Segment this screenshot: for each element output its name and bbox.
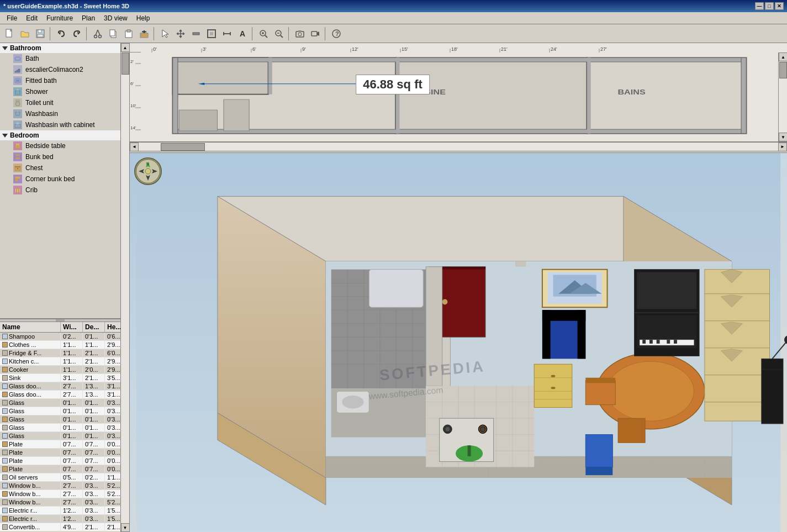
plan-horizontal-scrollbar[interactable]: ◄ ► [130,142,787,151]
tree-item-shower[interactable]: Shower [0,86,120,97]
svg-text:9': 9' [302,46,306,52]
close-button[interactable]: ✕ [775,2,784,10]
help-button[interactable]: ? [329,27,344,41]
plan-area[interactable]: 2' 6' 10' 14' [130,52,787,142]
plan-scroll-down[interactable]: ▼ [779,133,787,141]
table-row[interactable]: Window b... 2'7... 0'3... 5'2... [0,482,120,490]
tree-item-bunk-bed[interactable]: Bunk bed [0,151,120,162]
video-button[interactable] [308,27,323,41]
tree-item-toilet[interactable]: Toilet unit [0,97,120,108]
draw-room-button[interactable] [204,27,219,41]
minimize-button[interactable]: — [755,2,764,10]
photo-button[interactable] [293,27,307,41]
table-row[interactable]: Window b... 2'7... 0'3... 5'2... [0,490,120,498]
corner-bunk-label: Corner bunk bed [25,175,75,183]
tree-item-crib[interactable]: Crib [0,185,120,196]
table-row[interactable]: Sink 3'1... 2'1... 3'5... [0,374,120,382]
main-layout: Bathroom Bath escalierColimacon2 [0,43,787,532]
copy-button[interactable] [106,27,120,41]
h-scroll-right[interactable]: ► [778,143,787,151]
menu-edit[interactable]: Edit [22,13,42,23]
table-row[interactable]: Electric r... 1'2... 0'3... 1'5... [0,515,120,523]
paste-button[interactable] [122,27,136,41]
menu-plan[interactable]: Plan [77,13,99,23]
draw-wall-button[interactable] [189,27,203,41]
table-row[interactable]: Window b... 2'7... 0'3... 5'2... [0,498,120,507]
open-button[interactable] [18,27,32,41]
svg-rect-218 [657,340,660,344]
table-row[interactable]: Kitchen c... 1'1... 2'1... 2'9... [0,357,120,366]
h-scroll-left[interactable]: ◄ [130,143,139,151]
undo-button[interactable] [54,27,68,41]
tree-item-escalier[interactable]: escalierColimacon2 [0,64,120,75]
new-button[interactable] [2,27,17,41]
plan-scrollbar[interactable]: ▲ ▼ [778,52,787,141]
left-panel-scrollbar[interactable]: ▲ ▼ [120,43,129,532]
table-row[interactable]: Plate 0'7... 0'7... 0'0... [0,465,120,473]
scroll-track[interactable] [121,52,129,523]
table-row[interactable]: Fridge & F... 1'1... 2'1... 6'0... [0,349,120,357]
furniture-tree[interactable]: Bathroom Bath escalierColimacon2 [0,43,120,319]
table-row[interactable]: Shampoo 0'2... 0'1... 0'6... [0,333,120,341]
save-button[interactable] [33,27,47,41]
table-row[interactable]: Clothes ... 1'1... 1'1... 2'9... [0,341,120,349]
menu-furniture[interactable]: Furniture [42,13,77,23]
tree-item-corner-bunk[interactable]: Corner bunk bed [0,173,120,185]
h-scroll-thumb[interactable] [161,143,205,151]
menu-help[interactable]: Help [132,13,155,23]
svg-rect-217 [649,340,653,344]
scroll-down-button[interactable]: ▼ [121,523,130,532]
3d-view[interactable]: SOFTPEDIA www.softpedia.com [130,153,787,532]
maximize-button[interactable]: □ [765,2,774,10]
table-row[interactable]: Plate 0'7... 0'7... 0'0... [0,457,120,465]
tree-item-chest[interactable]: Chest [0,162,120,173]
redo-button[interactable] [70,27,84,41]
table-row[interactable]: Cooker 1'1... 2'0... 2'9... [0,366,120,374]
furniture-list-table[interactable]: Name Wi... De... He... Shampoo 0'2... 0'… [0,322,120,532]
table-row[interactable]: Glass 0'1... 0'1... 0'3... [0,399,120,407]
h-scroll-track[interactable] [139,143,778,151]
table-row[interactable]: Glass doo... 2'7... 1'3... 3'1... [0,382,120,391]
table-row[interactable]: Glass 0'1... 0'1... 0'3... [0,415,120,424]
select-button[interactable] [158,27,172,41]
compass-control[interactable]: N [134,157,162,185]
table-row[interactable]: Electric r... 1'2... 0'3... 1'5... [0,507,120,515]
table-row[interactable]: Glass 0'1... 0'1... 0'3... [0,432,120,440]
label-button[interactable]: A [235,27,250,41]
add-furniture-button[interactable] [137,27,151,41]
table-row[interactable]: Glass 0'1... 0'1... 0'3... [0,407,120,415]
plan-scroll-thumb[interactable] [779,62,787,78]
plan-scroll-track[interactable] [779,61,787,133]
tree-item-fitted-bath[interactable]: Fitted bath [0,75,120,86]
svg-point-45 [15,102,20,106]
table-row[interactable]: Glass doo... 2'7... 1'3... 3'1... [0,391,120,399]
table-row[interactable]: Plate 0'7... 0'7... 0'0... [0,449,120,457]
zoom-out-button[interactable] [272,27,286,41]
table-row[interactable]: Oil servers 0'5... 0'2... 1'1... [0,473,120,482]
measurement-value: 46.88 sq ft [363,77,422,91]
tree-item-bath[interactable]: Bath [0,53,120,64]
cut-button[interactable] [91,27,105,41]
escalier-icon [13,65,22,74]
tree-item-bedside-table[interactable]: Bedside table [0,140,120,151]
pan-button[interactable] [173,27,188,41]
zoom-in-button[interactable] [256,27,271,41]
tree-item-washbasin-cabinet[interactable]: Washbasin with cabinet [0,119,120,130]
category-bathroom[interactable]: Bathroom [0,43,120,53]
tree-item-washbasin[interactable]: Washbasin [0,108,120,119]
menu-file[interactable]: File [2,13,22,23]
scroll-thumb[interactable] [122,52,129,75]
table-row[interactable]: Convertib... 4'9... 2'1... 2'1... [0,523,120,531]
menu-3dview[interactable]: 3D view [99,13,132,23]
category-bedroom[interactable]: Bedroom [0,130,120,140]
svg-rect-192 [585,378,615,383]
shower-icon [13,87,22,96]
table-row[interactable]: Glass 0'1... 0'1... 0'3... [0,424,120,432]
table-row[interactable]: Plate 0'7... 0'7... 0'0... [0,440,120,449]
scroll-up-button[interactable]: ▲ [121,43,130,52]
svg-line-26 [265,35,267,38]
svg-text:18': 18' [451,46,458,52]
table-rows: Shampoo 0'2... 0'1... 0'6... Clothes ...… [0,333,120,531]
plan-scroll-up[interactable]: ▲ [779,52,787,61]
dimension-button[interactable] [220,27,234,41]
